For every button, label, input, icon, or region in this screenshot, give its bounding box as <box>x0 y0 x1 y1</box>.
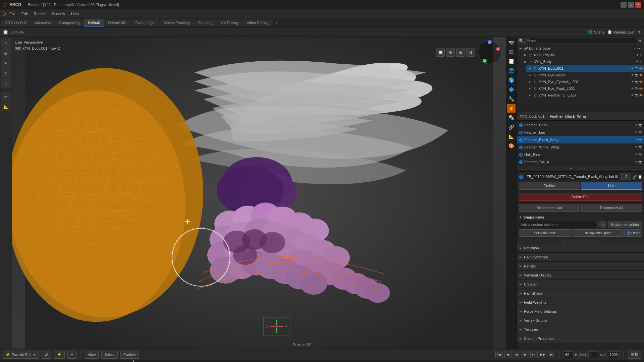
vis-render-icon-6[interactable]: 🔆 <box>639 87 643 90</box>
pl-cam-3[interactable]: 📷 <box>638 138 642 141</box>
particle-item-feather-tail[interactable]: 🌀 Feather_Tail_A 👁 📷 <box>517 158 644 166</box>
mode-selector[interactable]: ⚡ Particle Edit ▼ <box>3 351 39 359</box>
tab-compositing[interactable]: Compositing <box>55 19 84 26</box>
outliner-xyn-eyesocket[interactable]: ▸ ▽ XYN_EyeSocket 👁 📷 🔆 <box>526 72 644 78</box>
vp-viewport-shading[interactable]: ◑ <box>466 48 475 57</box>
particle-item-feather-black-wing[interactable]: 🌀 Feather_Black_Wing 👁 📷 <box>517 136 644 143</box>
vis-eye-icon-2[interactable]: 👁 <box>636 60 639 63</box>
tab-add-button[interactable]: + <box>273 19 280 26</box>
other-button[interactable]: 🌀 Other <box>624 229 642 237</box>
particle-menu[interactable]: Particle <box>120 351 139 359</box>
vp-view-options[interactable]: 🔲 <box>436 48 445 57</box>
tab-uvediting[interactable]: UV Editing <box>217 19 243 26</box>
outliner-filter-icon[interactable]: ▼ <box>638 39 642 43</box>
display-initial-pose-button[interactable]: Display initial pose <box>572 229 624 237</box>
vp-overlay-toggle[interactable]: ◉ <box>456 48 465 57</box>
tab-default[interactable]: Default <box>84 19 104 26</box>
outliner-xyn-pupil[interactable]: ▸ ▽ XYN_Eye_Pupil_L001 👁 📷 🔆 <box>526 85 644 92</box>
outliner-xyn-rig[interactable]: ▶ ▽ XYN_Rig.001 👁 ↖ <box>522 52 644 58</box>
vp-gizmo-toggle[interactable]: ⊕ <box>446 48 455 57</box>
tab-motiontracking[interactable]: Motion Tracking <box>160 19 194 26</box>
vis-render-icon-5[interactable]: 🔆 <box>639 80 643 83</box>
render-header[interactable]: ▶ Render <box>517 262 644 270</box>
tool-scale[interactable]: ⤡ <box>1 78 11 88</box>
tab-scripting[interactable]: Scripting <box>194 19 217 26</box>
vis-eye-icon-5[interactable]: 👁 <box>631 80 634 83</box>
particle-sys-link-icon[interactable]: 🔗 <box>633 175 637 179</box>
play-reverse-button[interactable]: ◀ <box>504 351 512 358</box>
vis-cam-icon-5[interactable]: 📷 <box>635 80 638 83</box>
outliner-bone-groups[interactable]: ▶ 🔗 Bone Groups • • • • <box>517 45 644 52</box>
vis-eye-icon-4[interactable]: 👁 <box>631 73 634 77</box>
outliner-xyn-feather[interactable]: ▸ ▽ XYN_Feather_U_L028 👁 📷 🔆 <box>526 92 644 99</box>
pl-cam-4[interactable]: 📷 <box>638 145 642 149</box>
hair-button[interactable]: Hair <box>581 182 642 190</box>
particle-item-hair-fine[interactable]: 🌀 Hair_Fine 👁 📷 <box>517 151 644 158</box>
viewport[interactable]: RRCG 人人素材 RRCG <box>12 37 506 349</box>
camera-switch-button[interactable]: 换机 <box>628 351 641 359</box>
tool-rotate[interactable]: ↻ <box>1 68 11 78</box>
vis-cam-icon-7[interactable]: 📷 <box>635 94 638 97</box>
prop-icon-world[interactable]: 🌎 <box>507 76 516 84</box>
tool-move[interactable]: ✦ <box>1 58 11 68</box>
vis-cursor-icon[interactable]: ↖ <box>640 53 643 57</box>
pl-eye-2[interactable]: 👁 <box>635 131 638 134</box>
filter-icon[interactable]: ▼ <box>637 30 641 35</box>
prop-icon-physics[interactable]: 🔩 <box>507 113 516 122</box>
menu-window[interactable]: Window <box>49 11 68 16</box>
attribute-circle-button[interactable]: ○ <box>599 221 606 228</box>
vertex-groups-header[interactable]: ▶ Vertex Groups <box>517 316 644 325</box>
pl-eye-4[interactable]: 👁 <box>635 145 638 149</box>
tool-annotate[interactable]: ✏ <box>1 92 11 101</box>
outliner-xyn-body[interactable]: ▶ ▽ XYN_Body 👁 ↖ <box>522 58 644 65</box>
prop-icon-particles[interactable]: ⚡ <box>507 104 516 113</box>
custom-properties-header[interactable]: ▶ Custom Properties <box>517 334 644 343</box>
prop-icon-scene[interactable]: 🌐 <box>507 66 516 75</box>
hair-brush-btns[interactable]: ✦ <box>67 351 76 359</box>
maximize-button[interactable]: □ <box>628 2 634 8</box>
tool-icon-set[interactable]: 🖌 <box>42 351 51 359</box>
particle-item-feather-leg[interactable]: 🌀 Feather_Leg 👁 📷 <box>517 129 644 136</box>
disconnect-all-button[interactable]: Disconnect All <box>581 204 642 212</box>
menu-help[interactable]: Help <box>68 11 82 16</box>
prop-icon-viewlayer[interactable]: 📑 <box>507 57 516 66</box>
pl-eye-1[interactable]: 👁 <box>635 123 638 127</box>
tool-select[interactable]: ↖ <box>1 38 11 48</box>
pl-cam-6[interactable]: 📷 <box>638 160 642 164</box>
shape-keys-arrow-icon[interactable]: ▼ <box>519 216 522 219</box>
tab-default001[interactable]: Default.001 <box>104 19 131 26</box>
minimize-button[interactable]: — <box>621 2 627 8</box>
pl-cam-5[interactable]: 📷 <box>638 153 642 156</box>
prop-icon-output[interactable]: 🖼 <box>507 48 516 56</box>
pl-eye-3[interactable]: 👁 <box>635 138 638 141</box>
particle-tool-btns[interactable]: ⚡ <box>54 351 65 359</box>
add-custom-attribute-field[interactable]: Add a custom attribute <box>519 221 598 228</box>
pl-cam-1[interactable]: 📷 <box>638 123 642 127</box>
keyframe-update-button[interactable]: Keyframe update <box>608 221 642 228</box>
force-field-header[interactable]: ▶ Force Field Settings <box>517 307 644 316</box>
jump-end-button[interactable]: ▶| <box>548 351 555 358</box>
field-weights-header[interactable]: ▶ Field Weights <box>517 298 644 307</box>
outliner-xyn-eyeball[interactable]: ▸ ▽ XYN_Eye_Eyeball_L001 👁 📷 🔆 <box>526 78 644 85</box>
vis-eye-icon-7[interactable]: 👁 <box>631 94 634 97</box>
prev-keyframe-button[interactable]: ⏮ <box>513 351 520 358</box>
prop-icon-object[interactable]: 🔷 <box>507 85 516 94</box>
prop-icon-material[interactable]: 🎨 <box>507 141 516 150</box>
vis-eye-icon[interactable]: 👁 <box>636 53 639 57</box>
vis-render-icon-7[interactable]: 🔆 <box>639 94 643 97</box>
jump-start-button[interactable]: |◀ <box>495 351 503 358</box>
pl-eye-6[interactable]: 👁 <box>635 160 638 164</box>
close-button[interactable]: ✕ <box>635 2 641 8</box>
prop-icon-modifier[interactable]: 🔧 <box>507 95 516 103</box>
tool-measure[interactable]: 📐 <box>1 102 11 111</box>
prop-icon-constraints[interactable]: 🔗 <box>507 123 516 131</box>
delete-edit-button[interactable]: Delete Edit <box>519 193 642 201</box>
outliner-search[interactable] <box>525 38 637 44</box>
particle-sys-name-input[interactable] <box>525 173 620 180</box>
view-menu[interactable]: View <box>85 351 99 359</box>
vis-render-icon-3[interactable]: 🔆 <box>639 67 643 70</box>
current-frame-field[interactable]: 69 <box>564 351 574 358</box>
prop-icon-render[interactable]: 📷 <box>507 38 516 47</box>
menu-file[interactable]: File <box>7 11 18 16</box>
vis-cam-icon-3[interactable]: 📷 <box>635 67 638 70</box>
